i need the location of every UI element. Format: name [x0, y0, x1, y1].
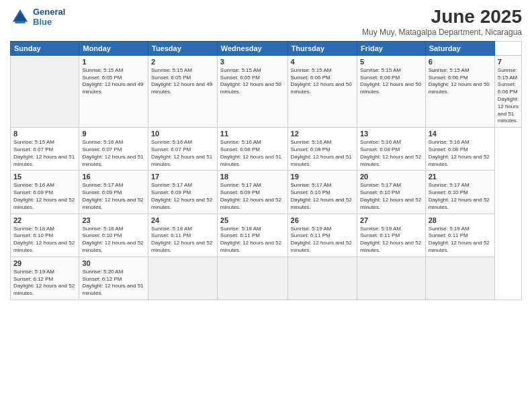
- table-row: 23 Sunrise: 5:18 AM Sunset: 6:10 PM Dayl…: [79, 214, 148, 257]
- day-number: 10: [151, 130, 214, 138]
- day-info: Sunrise: 5:16 AM Sunset: 6:08 PM Dayligh…: [360, 139, 423, 168]
- day-info: Sunrise: 5:18 AM Sunset: 6:10 PM Dayligh…: [13, 226, 76, 255]
- col-tuesday: Tuesday: [148, 41, 217, 55]
- day-number: 21: [429, 173, 492, 181]
- table-row: [11, 55, 79, 127]
- day-number: 16: [82, 173, 145, 181]
- day-info: Sunrise: 5:16 AM Sunset: 6:08 PM Dayligh…: [220, 139, 285, 168]
- calendar-row: 22 Sunrise: 5:18 AM Sunset: 6:10 PM Dayl…: [11, 214, 522, 257]
- location: Muy Muy, Matagalpa Department, Nicaragua: [362, 28, 522, 37]
- table-row: 6 Sunrise: 5:15 AM Sunset: 6:06 PM Dayli…: [425, 55, 494, 127]
- day-number: 26: [291, 216, 354, 224]
- day-info: Sunrise: 5:18 AM Sunset: 6:10 PM Dayligh…: [82, 226, 145, 255]
- day-info: Sunrise: 5:15 AM Sunset: 6:06 PM Dayligh…: [291, 67, 354, 96]
- day-number: 11: [220, 130, 285, 138]
- col-wednesday: Wednesday: [217, 41, 287, 55]
- day-number: 30: [82, 259, 145, 267]
- day-number: 24: [151, 216, 214, 224]
- calendar-row: 15 Sunrise: 5:16 AM Sunset: 6:09 PM Dayl…: [11, 171, 522, 214]
- table-row: 12 Sunrise: 5:16 AM Sunset: 6:08 PM Dayl…: [287, 128, 357, 171]
- day-number: 23: [82, 216, 145, 224]
- month-year: June 2025: [362, 7, 522, 28]
- col-friday: Friday: [357, 41, 425, 55]
- table-row: 7 Sunrise: 5:15 AM Sunset: 6:06 PM Dayli…: [494, 55, 521, 127]
- day-info: Sunrise: 5:16 AM Sunset: 6:07 PM Dayligh…: [82, 139, 145, 168]
- day-info: Sunrise: 5:17 AM Sunset: 6:10 PM Dayligh…: [429, 182, 492, 211]
- table-row: 30 Sunrise: 5:20 AM Sunset: 6:12 PM Dayl…: [79, 257, 148, 300]
- day-info: Sunrise: 5:17 AM Sunset: 6:10 PM Dayligh…: [291, 182, 354, 211]
- col-saturday: Saturday: [425, 41, 494, 55]
- table-row: [217, 257, 287, 300]
- day-info: Sunrise: 5:17 AM Sunset: 6:10 PM Dayligh…: [360, 182, 423, 211]
- day-info: Sunrise: 5:20 AM Sunset: 6:12 PM Dayligh…: [82, 269, 145, 298]
- logo-text: General Blue: [33, 7, 65, 27]
- day-info: Sunrise: 5:15 AM Sunset: 6:05 PM Dayligh…: [220, 67, 285, 96]
- day-info: Sunrise: 5:18 AM Sunset: 6:11 PM Dayligh…: [220, 226, 285, 255]
- day-number: 14: [429, 130, 492, 138]
- table-row: 10 Sunrise: 5:16 AM Sunset: 6:07 PM Dayl…: [148, 128, 217, 171]
- day-info: Sunrise: 5:15 AM Sunset: 6:05 PM Dayligh…: [82, 67, 145, 96]
- table-row: 24 Sunrise: 5:18 AM Sunset: 6:11 PM Dayl…: [148, 214, 217, 257]
- table-row: 19 Sunrise: 5:17 AM Sunset: 6:10 PM Dayl…: [287, 171, 357, 214]
- day-number: 6: [429, 58, 492, 66]
- table-row: [357, 257, 425, 300]
- table-row: 4 Sunrise: 5:15 AM Sunset: 6:06 PM Dayli…: [287, 55, 357, 127]
- day-number: 1: [82, 58, 145, 66]
- day-info: Sunrise: 5:19 AM Sunset: 6:11 PM Dayligh…: [360, 226, 423, 255]
- header: General Blue June 2025 Muy Muy, Matagalp…: [10, 7, 522, 37]
- day-info: Sunrise: 5:17 AM Sunset: 6:09 PM Dayligh…: [82, 182, 145, 211]
- day-number: 22: [13, 216, 76, 224]
- table-row: 14 Sunrise: 5:16 AM Sunset: 6:08 PM Dayl…: [425, 128, 494, 171]
- logo: General Blue: [10, 7, 65, 27]
- day-info: Sunrise: 5:19 AM Sunset: 6:11 PM Dayligh…: [429, 226, 492, 255]
- day-number: 8: [13, 130, 76, 138]
- table-row: 13 Sunrise: 5:16 AM Sunset: 6:08 PM Dayl…: [357, 128, 425, 171]
- table-row: 9 Sunrise: 5:16 AM Sunset: 6:07 PM Dayli…: [79, 128, 148, 171]
- day-number: 5: [360, 58, 423, 66]
- day-number: 28: [429, 216, 492, 224]
- table-row: 27 Sunrise: 5:19 AM Sunset: 6:11 PM Dayl…: [357, 214, 425, 257]
- table-row: 2 Sunrise: 5:15 AM Sunset: 6:05 PM Dayli…: [148, 55, 217, 127]
- table-row: 3 Sunrise: 5:15 AM Sunset: 6:05 PM Dayli…: [217, 55, 287, 127]
- title-block: June 2025 Muy Muy, Matagalpa Department,…: [362, 7, 522, 37]
- day-info: Sunrise: 5:16 AM Sunset: 6:08 PM Dayligh…: [291, 139, 354, 168]
- day-info: Sunrise: 5:16 AM Sunset: 6:09 PM Dayligh…: [13, 182, 76, 211]
- table-row: 15 Sunrise: 5:16 AM Sunset: 6:09 PM Dayl…: [11, 171, 79, 214]
- day-number: 2: [151, 58, 214, 66]
- day-info: Sunrise: 5:19 AM Sunset: 6:12 PM Dayligh…: [13, 269, 76, 298]
- day-info: Sunrise: 5:17 AM Sunset: 6:09 PM Dayligh…: [220, 182, 285, 211]
- table-row: [148, 257, 217, 300]
- calendar-table: Sunday Monday Tuesday Wednesday Thursday…: [10, 41, 522, 300]
- day-number: 29: [13, 259, 76, 267]
- day-info: Sunrise: 5:16 AM Sunset: 6:07 PM Dayligh…: [151, 139, 214, 168]
- calendar-row: 8 Sunrise: 5:15 AM Sunset: 6:07 PM Dayli…: [11, 128, 522, 171]
- day-info: Sunrise: 5:18 AM Sunset: 6:11 PM Dayligh…: [151, 226, 214, 255]
- day-number: 19: [291, 173, 354, 181]
- table-row: 1 Sunrise: 5:15 AM Sunset: 6:05 PM Dayli…: [79, 55, 148, 127]
- svg-rect-2: [15, 21, 26, 24]
- table-row: 29 Sunrise: 5:19 AM Sunset: 6:12 PM Dayl…: [11, 257, 79, 300]
- table-row: 17 Sunrise: 5:17 AM Sunset: 6:09 PM Dayl…: [148, 171, 217, 214]
- day-info: Sunrise: 5:15 AM Sunset: 6:06 PM Dayligh…: [429, 67, 492, 96]
- table-row: 5 Sunrise: 5:15 AM Sunset: 6:06 PM Dayli…: [357, 55, 425, 127]
- table-row: 26 Sunrise: 5:19 AM Sunset: 6:11 PM Dayl…: [287, 214, 357, 257]
- day-number: 25: [220, 216, 285, 224]
- logo-icon: [10, 7, 30, 27]
- day-info: Sunrise: 5:16 AM Sunset: 6:08 PM Dayligh…: [429, 139, 492, 168]
- day-number: 4: [291, 58, 354, 66]
- table-row: 25 Sunrise: 5:18 AM Sunset: 6:11 PM Dayl…: [217, 214, 287, 257]
- table-row: 18 Sunrise: 5:17 AM Sunset: 6:09 PM Dayl…: [217, 171, 287, 214]
- day-number: 20: [360, 173, 423, 181]
- table-row: 16 Sunrise: 5:17 AM Sunset: 6:09 PM Dayl…: [79, 171, 148, 214]
- day-info: Sunrise: 5:17 AM Sunset: 6:09 PM Dayligh…: [151, 182, 214, 211]
- day-number: 15: [13, 173, 76, 181]
- table-row: 28 Sunrise: 5:19 AM Sunset: 6:11 PM Dayl…: [425, 214, 494, 257]
- table-row: 11 Sunrise: 5:16 AM Sunset: 6:08 PM Dayl…: [217, 128, 287, 171]
- day-number: 17: [151, 173, 214, 181]
- day-number: 9: [82, 130, 145, 138]
- day-info: Sunrise: 5:19 AM Sunset: 6:11 PM Dayligh…: [291, 226, 354, 255]
- calendar-row: 29 Sunrise: 5:19 AM Sunset: 6:12 PM Dayl…: [11, 257, 522, 300]
- day-info: Sunrise: 5:15 AM Sunset: 6:06 PM Dayligh…: [498, 67, 519, 125]
- day-number: 13: [360, 130, 423, 138]
- col-sunday: Sunday: [11, 41, 79, 55]
